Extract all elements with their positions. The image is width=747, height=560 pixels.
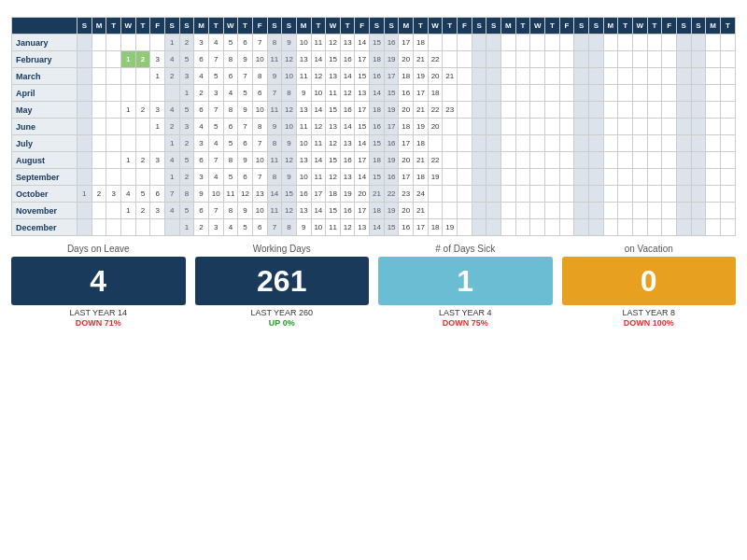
day-cell (486, 51, 501, 68)
month-label-august: August (12, 152, 78, 169)
day-cell (618, 68, 633, 85)
day-cell (501, 169, 516, 186)
day-cell: 13 (355, 85, 370, 102)
day-cell (530, 102, 545, 119)
day-cell: 3 (208, 219, 223, 236)
day-cell: 2 (135, 102, 150, 119)
day-cell: 16 (340, 203, 355, 219)
day-cell: 17 (414, 85, 429, 102)
day-cell: 15 (370, 135, 385, 152)
day-cell (106, 85, 121, 102)
day-cell (458, 152, 472, 169)
day-cell (472, 203, 486, 219)
day-cell: 8 (223, 51, 238, 68)
day-cell: 9 (282, 169, 297, 186)
day-cell (78, 152, 92, 169)
day-cell: 17 (355, 51, 370, 68)
day-cell (501, 119, 516, 135)
day-cell: 5 (179, 51, 194, 68)
day-cell (515, 152, 530, 169)
day-cell (443, 169, 458, 186)
day-cell (603, 169, 618, 186)
day-header-24: W (428, 18, 443, 35)
day-cell (706, 169, 721, 186)
stat-card-0: Days on Leave 4 LAST YEAR 14 DOWN 71% (11, 244, 186, 328)
day-cell (662, 219, 677, 236)
day-cell (676, 203, 691, 219)
day-cell: 13 (252, 186, 267, 203)
day-cell: 10 (252, 203, 267, 219)
stat-value-3: 0 (562, 257, 737, 305)
day-cell (618, 135, 633, 152)
day-cell: 9 (282, 135, 297, 152)
month-label-march: March (12, 68, 78, 85)
day-cell (472, 152, 486, 169)
day-cell: 18 (370, 51, 385, 68)
day-cell: 4 (194, 119, 209, 135)
day-cell (559, 169, 574, 186)
stat-last-year-1: LAST YEAR 260 (250, 308, 313, 317)
day-cell: 1 (120, 203, 135, 219)
day-cell (530, 169, 545, 186)
day-cell (706, 51, 721, 68)
day-cell: 19 (384, 203, 399, 219)
day-cell: 5 (238, 85, 253, 102)
day-cell (545, 51, 560, 68)
day-cell (472, 119, 486, 135)
stat-last-year-2: LAST YEAR 4 (439, 308, 492, 317)
day-cell: 15 (282, 186, 297, 203)
day-cell: 6 (252, 85, 267, 102)
day-cell: 3 (150, 102, 165, 119)
day-cell (662, 203, 677, 219)
day-cell: 8 (282, 219, 297, 236)
day-cell: 16 (384, 169, 399, 186)
day-cell: 11 (311, 135, 326, 152)
day-cell (632, 119, 647, 135)
day-cell: 6 (150, 186, 165, 203)
day-cell (720, 119, 735, 135)
day-cell: 2 (179, 169, 194, 186)
day-cell: 18 (370, 203, 385, 219)
day-cell (706, 219, 721, 236)
day-cell: 17 (355, 102, 370, 119)
day-cell (78, 68, 92, 85)
day-cell (486, 203, 501, 219)
day-cell (501, 219, 516, 236)
day-cell (691, 35, 706, 51)
day-cell (530, 35, 545, 51)
day-cell (92, 119, 106, 135)
day-cell (78, 51, 92, 68)
day-cell: 15 (384, 219, 399, 236)
day-cell: 18 (414, 35, 429, 51)
day-cell (559, 102, 574, 119)
day-cell (618, 85, 633, 102)
day-cell: 2 (194, 85, 209, 102)
day-cell: 1 (164, 169, 179, 186)
day-header-31: W (530, 18, 545, 35)
day-cell (515, 203, 530, 219)
day-cell (691, 203, 706, 219)
day-header-13: S (267, 18, 282, 35)
day-cell (603, 119, 618, 135)
day-cell (676, 102, 691, 119)
day-cell: 20 (399, 203, 414, 219)
day-cell (647, 219, 662, 236)
day-cell: 17 (414, 219, 429, 236)
day-cell: 12 (282, 152, 297, 169)
stat-label-3: on Vacation (625, 244, 673, 254)
day-cell: 18 (428, 219, 443, 236)
day-cell (78, 102, 92, 119)
day-cell: 11 (223, 186, 238, 203)
day-cell (662, 102, 677, 119)
day-cell (574, 186, 589, 203)
day-cell (92, 203, 106, 219)
month-row-september: September12345678910111213141516171819 (12, 169, 736, 186)
day-cell: 5 (135, 186, 150, 203)
day-cell (574, 102, 589, 119)
day-cell (647, 186, 662, 203)
day-header-35: S (588, 18, 603, 35)
day-cell (691, 135, 706, 152)
day-cell: 16 (384, 135, 399, 152)
calendar-header-row: SMTWTFSSMTWTFSSMTWTFSSMTWTFSSMTWTFSSMTWT… (12, 18, 736, 35)
day-cell (458, 51, 472, 68)
